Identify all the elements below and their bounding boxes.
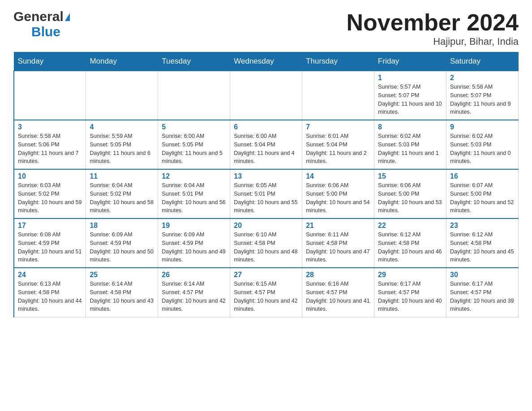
table-row: 26Sunrise: 6:14 AMSunset: 4:57 PMDayligh…	[158, 268, 230, 317]
day-info: Sunrise: 6:00 AMSunset: 5:05 PMDaylight:…	[162, 132, 226, 166]
logo-triangle-icon	[65, 13, 70, 21]
day-info: Sunrise: 6:16 AMSunset: 4:57 PMDaylight:…	[306, 280, 370, 313]
day-info: Sunrise: 6:06 AMSunset: 5:00 PMDaylight:…	[378, 181, 442, 215]
table-row: 7Sunrise: 6:01 AMSunset: 5:04 PMDaylight…	[302, 120, 374, 169]
day-info: Sunrise: 6:12 AMSunset: 4:58 PMDaylight:…	[378, 231, 442, 264]
day-number: 19	[162, 222, 226, 230]
table-row: 10Sunrise: 6:03 AMSunset: 5:02 PMDayligh…	[14, 169, 86, 218]
table-row: 15Sunrise: 6:06 AMSunset: 5:00 PMDayligh…	[374, 169, 446, 218]
location: Hajipur, Bihar, India	[347, 36, 519, 47]
table-row: 1Sunrise: 5:57 AMSunset: 5:07 PMDaylight…	[374, 71, 446, 120]
day-number: 3	[18, 123, 82, 131]
table-row: 4Sunrise: 5:59 AMSunset: 5:05 PMDaylight…	[86, 120, 158, 169]
table-row: 29Sunrise: 6:17 AMSunset: 4:57 PMDayligh…	[374, 268, 446, 317]
day-number: 28	[306, 271, 370, 279]
day-info: Sunrise: 6:14 AMSunset: 4:57 PMDaylight:…	[162, 280, 226, 313]
day-number: 23	[450, 222, 515, 230]
day-number: 25	[90, 271, 154, 279]
day-number: 15	[378, 172, 442, 180]
day-number: 16	[450, 172, 515, 180]
day-info: Sunrise: 5:58 AMSunset: 5:06 PMDaylight:…	[18, 132, 82, 166]
table-row	[158, 71, 230, 120]
table-row: 27Sunrise: 6:15 AMSunset: 4:57 PMDayligh…	[230, 268, 302, 317]
day-number: 4	[90, 123, 154, 131]
day-number: 26	[162, 271, 226, 279]
table-row: 6Sunrise: 6:00 AMSunset: 5:04 PMDaylight…	[230, 120, 302, 169]
col-friday: Friday	[374, 52, 446, 71]
month-title: November 2024	[347, 9, 519, 36]
day-info: Sunrise: 5:58 AMSunset: 5:07 PMDaylight:…	[450, 83, 515, 116]
day-info: Sunrise: 6:03 AMSunset: 5:02 PMDaylight:…	[18, 181, 82, 215]
day-info: Sunrise: 5:57 AMSunset: 5:07 PMDaylight:…	[378, 83, 442, 116]
day-number: 17	[18, 222, 82, 230]
logo-general-text: General	[13, 9, 64, 24]
calendar-week-row: 3Sunrise: 5:58 AMSunset: 5:06 PMDaylight…	[14, 120, 519, 169]
col-thursday: Thursday	[302, 52, 374, 71]
day-number: 20	[234, 222, 298, 230]
day-number: 12	[162, 172, 226, 180]
day-number: 9	[450, 123, 515, 131]
table-row: 14Sunrise: 6:06 AMSunset: 5:00 PMDayligh…	[302, 169, 374, 218]
day-number: 30	[450, 271, 515, 279]
day-number: 7	[306, 123, 370, 131]
day-number: 14	[306, 172, 370, 180]
day-info: Sunrise: 6:11 AMSunset: 4:58 PMDaylight:…	[306, 231, 370, 264]
day-number: 21	[306, 222, 370, 230]
day-number: 11	[90, 172, 154, 180]
col-wednesday: Wednesday	[230, 52, 302, 71]
table-row: 21Sunrise: 6:11 AMSunset: 4:58 PMDayligh…	[302, 218, 374, 268]
table-row: 3Sunrise: 5:58 AMSunset: 5:06 PMDaylight…	[14, 120, 86, 169]
page-header: General Blue November 2024 Hajipur, Biha…	[13, 9, 519, 47]
day-info: Sunrise: 6:12 AMSunset: 4:58 PMDaylight:…	[450, 231, 515, 264]
day-info: Sunrise: 6:02 AMSunset: 5:03 PMDaylight:…	[450, 132, 515, 166]
day-number: 22	[378, 222, 442, 230]
day-info: Sunrise: 6:17 AMSunset: 4:57 PMDaylight:…	[450, 280, 515, 313]
table-row: 24Sunrise: 6:13 AMSunset: 4:58 PMDayligh…	[14, 268, 86, 317]
day-number: 27	[234, 271, 298, 279]
day-info: Sunrise: 5:59 AMSunset: 5:05 PMDaylight:…	[90, 132, 154, 166]
day-info: Sunrise: 6:15 AMSunset: 4:57 PMDaylight:…	[234, 280, 298, 313]
table-row: 16Sunrise: 6:07 AMSunset: 5:00 PMDayligh…	[446, 169, 519, 218]
day-info: Sunrise: 6:07 AMSunset: 5:00 PMDaylight:…	[450, 181, 515, 215]
table-row: 18Sunrise: 6:09 AMSunset: 4:59 PMDayligh…	[86, 218, 158, 268]
day-info: Sunrise: 6:09 AMSunset: 4:59 PMDaylight:…	[162, 231, 226, 264]
day-info: Sunrise: 6:14 AMSunset: 4:58 PMDaylight:…	[90, 280, 154, 313]
calendar-week-row: 1Sunrise: 5:57 AMSunset: 5:07 PMDaylight…	[14, 71, 519, 120]
title-section: November 2024 Hajipur, Bihar, India	[347, 9, 519, 47]
table-row: 8Sunrise: 6:02 AMSunset: 5:03 PMDaylight…	[374, 120, 446, 169]
logo-blue-text: Blue	[31, 24, 60, 39]
day-info: Sunrise: 6:01 AMSunset: 5:04 PMDaylight:…	[306, 132, 370, 166]
day-info: Sunrise: 6:02 AMSunset: 5:03 PMDaylight:…	[378, 132, 442, 166]
day-number: 29	[378, 271, 442, 279]
day-info: Sunrise: 6:17 AMSunset: 4:57 PMDaylight:…	[378, 280, 442, 313]
day-info: Sunrise: 6:10 AMSunset: 4:58 PMDaylight:…	[234, 231, 298, 264]
logo: General Blue	[13, 9, 70, 39]
table-row: 20Sunrise: 6:10 AMSunset: 4:58 PMDayligh…	[230, 218, 302, 268]
table-row: 11Sunrise: 6:04 AMSunset: 5:02 PMDayligh…	[86, 169, 158, 218]
table-row: 19Sunrise: 6:09 AMSunset: 4:59 PMDayligh…	[158, 218, 230, 268]
day-info: Sunrise: 6:09 AMSunset: 4:59 PMDaylight:…	[90, 231, 154, 264]
table-row	[230, 71, 302, 120]
day-info: Sunrise: 6:04 AMSunset: 5:02 PMDaylight:…	[90, 181, 154, 215]
calendar-table: Sunday Monday Tuesday Wednesday Thursday…	[13, 52, 519, 317]
col-saturday: Saturday	[446, 52, 519, 71]
table-row: 13Sunrise: 6:05 AMSunset: 5:01 PMDayligh…	[230, 169, 302, 218]
day-info: Sunrise: 6:06 AMSunset: 5:00 PMDaylight:…	[306, 181, 370, 215]
day-number: 18	[90, 222, 154, 230]
calendar-week-row: 17Sunrise: 6:08 AMSunset: 4:59 PMDayligh…	[14, 218, 519, 268]
table-row: 12Sunrise: 6:04 AMSunset: 5:01 PMDayligh…	[158, 169, 230, 218]
calendar-header-row: Sunday Monday Tuesday Wednesday Thursday…	[14, 52, 519, 71]
calendar-week-row: 24Sunrise: 6:13 AMSunset: 4:58 PMDayligh…	[14, 268, 519, 317]
day-number: 1	[378, 74, 442, 82]
table-row: 30Sunrise: 6:17 AMSunset: 4:57 PMDayligh…	[446, 268, 519, 317]
table-row: 2Sunrise: 5:58 AMSunset: 5:07 PMDaylight…	[446, 71, 519, 120]
table-row: 9Sunrise: 6:02 AMSunset: 5:03 PMDaylight…	[446, 120, 519, 169]
table-row: 23Sunrise: 6:12 AMSunset: 4:58 PMDayligh…	[446, 218, 519, 268]
day-number: 13	[234, 172, 298, 180]
day-number: 8	[378, 123, 442, 131]
table-row: 5Sunrise: 6:00 AMSunset: 5:05 PMDaylight…	[158, 120, 230, 169]
table-row: 25Sunrise: 6:14 AMSunset: 4:58 PMDayligh…	[86, 268, 158, 317]
day-info: Sunrise: 6:05 AMSunset: 5:01 PMDaylight:…	[234, 181, 298, 215]
day-number: 10	[18, 172, 82, 180]
col-sunday: Sunday	[14, 52, 86, 71]
